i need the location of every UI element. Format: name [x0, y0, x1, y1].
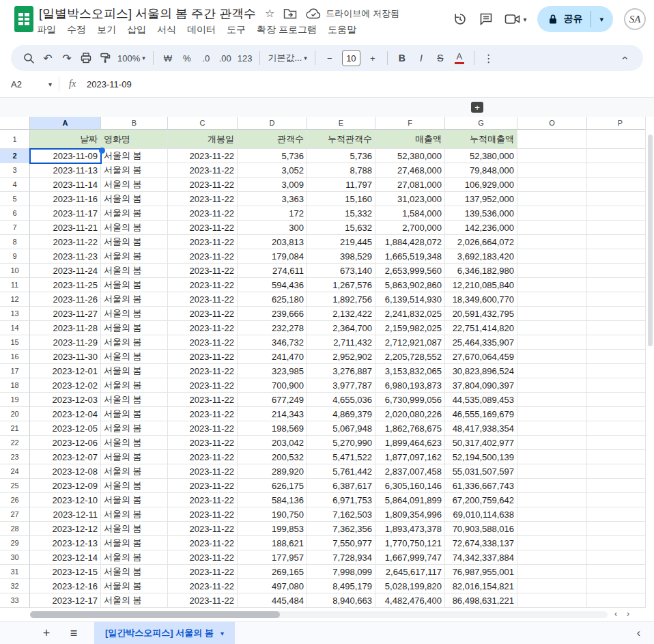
cell-E14[interactable]: 2,364,700 [307, 321, 375, 335]
cell-A2[interactable]: 2023-11-09 [30, 149, 101, 163]
cell-G19[interactable]: 44,535,089,453 [445, 393, 517, 407]
cell-A26[interactable]: 2023-12-10 [30, 493, 101, 507]
scroll-right-icon[interactable]: › [627, 609, 629, 619]
cell-A3[interactable]: 2023-11-13 [30, 163, 101, 178]
cell-E2[interactable]: 5,736 [307, 149, 375, 163]
cell-A29[interactable]: 2023-12-13 [30, 536, 101, 550]
cell-C17[interactable]: 2023-11-22 [168, 364, 238, 378]
cell-C23[interactable]: 2023-11-22 [168, 450, 238, 464]
cell-E12[interactable]: 1,892,756 [307, 292, 375, 307]
cell-A19[interactable]: 2023-12-03 [30, 393, 101, 407]
cell-G4[interactable]: 106,929,000 [445, 178, 517, 192]
cell-A10[interactable]: 2023-11-24 [30, 264, 101, 278]
cell-P26[interactable] [587, 493, 654, 507]
row-header-28[interactable]: 28 [0, 522, 30, 536]
cell-E27[interactable]: 7,162,503 [307, 507, 375, 522]
row-header-18[interactable]: 18 [0, 378, 30, 393]
cell-E13[interactable]: 2,132,422 [307, 307, 375, 321]
cell-F9[interactable]: 1,665,519,348 [375, 249, 445, 264]
cell-E28[interactable]: 7,362,356 [307, 522, 375, 536]
cell-B9[interactable]: 서울의 봄 [101, 249, 168, 264]
move-to-folder-icon[interactable] [283, 8, 297, 19]
cell-A28[interactable]: 2023-12-12 [30, 522, 101, 536]
cell-C31[interactable]: 2023-11-22 [168, 565, 238, 579]
cell-G5[interactable]: 137,952,000 [445, 192, 517, 206]
cell-B7[interactable]: 서울의 봄 [101, 221, 168, 235]
cell-C2[interactable]: 2023-11-22 [168, 149, 238, 163]
cell-A20[interactable]: 2023-12-04 [30, 407, 101, 421]
row-header-9[interactable]: 9 [0, 249, 30, 264]
cell-G18[interactable]: 37,804,090,397 [445, 378, 517, 393]
cell-E16[interactable]: 2,952,902 [307, 350, 375, 364]
cell-P16[interactable] [587, 350, 654, 364]
cell-P7[interactable] [587, 221, 654, 235]
row-header-16[interactable]: 16 [0, 350, 30, 364]
cell-O3[interactable] [517, 163, 587, 178]
row-header-7[interactable]: 7 [0, 221, 30, 235]
row-header-31[interactable]: 31 [0, 565, 30, 579]
redo-icon[interactable]: ↷ [57, 48, 76, 68]
cell-P32[interactable] [587, 579, 654, 593]
star-icon[interactable]: ☆ [265, 8, 274, 19]
cell-B13[interactable]: 서울의 봄 [101, 307, 168, 321]
row-header-30[interactable]: 30 [0, 550, 30, 565]
cell-O17[interactable] [517, 364, 587, 378]
cell-B29[interactable]: 서울의 봄 [101, 536, 168, 550]
italic-button[interactable]: I [412, 48, 431, 68]
collapse-toolbar-icon[interactable]: ‹ [616, 48, 635, 68]
cell-B21[interactable]: 서울의 봄 [101, 421, 168, 436]
cell-O13[interactable] [517, 307, 587, 321]
cell-P4[interactable] [587, 178, 654, 192]
row-header-27[interactable]: 27 [0, 507, 30, 522]
print-icon[interactable] [76, 48, 96, 68]
cell-G22[interactable]: 50,317,402,977 [445, 436, 517, 450]
row-header-26[interactable]: 26 [0, 493, 30, 507]
cell-G26[interactable]: 67,200,759,642 [445, 493, 517, 507]
cell-C10[interactable]: 2023-11-22 [168, 264, 238, 278]
cell-O16[interactable] [517, 350, 587, 364]
cell-A15[interactable]: 2023-11-29 [30, 335, 101, 350]
cell-G33[interactable]: 86,498,631,221 [445, 593, 517, 608]
cell-D25[interactable]: 626,175 [238, 479, 307, 493]
cell-F19[interactable]: 6,730,999,056 [375, 393, 445, 407]
cell-B22[interactable]: 서울의 봄 [101, 436, 168, 450]
row-header-5[interactable]: 5 [0, 192, 30, 206]
cell-P18[interactable] [587, 378, 654, 393]
percent-format-button[interactable]: % [177, 48, 197, 68]
menu-item-4[interactable]: 서식 [152, 23, 182, 38]
cell-F20[interactable]: 2,020,080,226 [375, 407, 445, 421]
cell-C12[interactable]: 2023-11-22 [168, 292, 238, 307]
currency-format-button[interactable]: ₩ [158, 48, 177, 68]
meet-caret-icon[interactable]: ▾ [523, 16, 526, 23]
cell-B19[interactable]: 서울의 봄 [101, 393, 168, 407]
cell-F8[interactable]: 1,884,428,072 [375, 235, 445, 249]
cell-D5[interactable]: 3,363 [238, 192, 307, 206]
cell-G6[interactable]: 139,536,000 [445, 206, 517, 221]
cell-P8[interactable] [587, 235, 654, 249]
cell-E32[interactable]: 8,495,179 [307, 579, 375, 593]
row-header-33[interactable]: 33 [0, 593, 30, 608]
cell-G12[interactable]: 18,349,600,770 [445, 292, 517, 307]
row-header-1[interactable]: 1 [0, 130, 30, 149]
cell-O33[interactable] [517, 593, 587, 608]
cell-O2[interactable] [517, 149, 587, 163]
cell-G14[interactable]: 22,751,414,820 [445, 321, 517, 335]
cell-F17[interactable]: 3,153,832,065 [375, 364, 445, 378]
sheet-tab[interactable]: [일간박스오피스] 서울의 봄 ▾ [94, 622, 235, 644]
cell-F11[interactable]: 5,863,902,860 [375, 278, 445, 292]
cell-F14[interactable]: 2,159,982,025 [375, 321, 445, 335]
paint-format-icon[interactable] [96, 48, 115, 68]
undo-icon[interactable]: ↶ [38, 48, 57, 68]
cell-B32[interactable]: 서울의 봄 [101, 579, 168, 593]
cell-B3[interactable]: 서울의 봄 [101, 163, 168, 178]
cell-P12[interactable] [587, 292, 654, 307]
cell-C20[interactable]: 2023-11-22 [168, 407, 238, 421]
row-header-12[interactable]: 12 [0, 292, 30, 307]
cell-O18[interactable] [517, 378, 587, 393]
cell-O25[interactable] [517, 479, 587, 493]
cell-O10[interactable] [517, 264, 587, 278]
cell-G15[interactable]: 25,464,335,907 [445, 335, 517, 350]
row-header-11[interactable]: 11 [0, 278, 30, 292]
cell-P22[interactable] [587, 436, 654, 450]
cell-A18[interactable]: 2023-12-02 [30, 378, 101, 393]
